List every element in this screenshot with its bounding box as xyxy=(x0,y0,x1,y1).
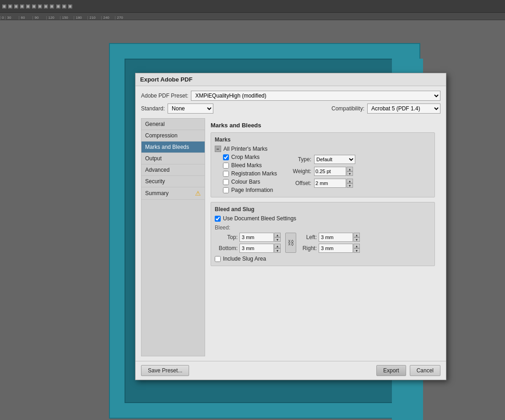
crop-marks-label: Crop Marks xyxy=(231,154,260,160)
ruler-mark: 150 xyxy=(60,16,74,20)
preset-row: Adobe PDF Preset: XMPiEQualityHigh (modi… xyxy=(141,91,440,101)
bleed-section: Bleed and Slug Use Document Bleed Settin… xyxy=(211,202,435,266)
sidebar-item-general[interactable]: General xyxy=(141,119,205,130)
compatibility-label: Compatibility: xyxy=(331,105,364,112)
offset-down-arrow[interactable]: ▼ xyxy=(347,183,353,188)
use-doc-bleed-label: Use Document Bleed Settings xyxy=(223,215,296,222)
bottom-up-arrow[interactable]: ▲ xyxy=(274,244,281,248)
bleed-fields: Top: ▲ ▼ xyxy=(215,233,431,253)
crop-marks-checkbox[interactable] xyxy=(223,154,229,160)
offset-label: Offset: xyxy=(286,180,311,186)
marks-section: Marks − All Printer's Marks xyxy=(211,132,435,197)
top-down-arrow[interactable]: ▼ xyxy=(274,237,281,242)
sidebar-item-output[interactable]: Output xyxy=(141,153,205,164)
colour-bars-row: Colour Bars xyxy=(223,179,277,185)
include-slug-label: Include Slug Area xyxy=(223,256,266,262)
bleed-top-row: Top: ▲ ▼ xyxy=(215,233,281,242)
ruler-mark: 180 xyxy=(74,16,87,20)
ruler-mark: 30 xyxy=(5,16,19,20)
std-compat-row: Standard: None Compatibility: Acrobat 5 … xyxy=(141,104,440,114)
bleed-marks-row: Bleed Marks xyxy=(223,162,277,169)
bleed-label: Bleed: xyxy=(215,224,431,231)
sidebar-item-marks-and-bleeds[interactable]: Marks and Bleeds xyxy=(141,142,205,153)
registration-marks-row: Registration Marks xyxy=(223,170,277,177)
summary-warning-icon: ⚠ xyxy=(195,190,201,197)
bleed-left-right: Left: ▲ ▼ xyxy=(301,233,360,253)
ruler-mark: 0 xyxy=(0,16,5,20)
weight-row: Weight: ▲ ▼ xyxy=(286,167,355,176)
offset-spinner: ▲ ▼ xyxy=(314,179,353,188)
sidebar: General Compression Marks and Bleeds Out… xyxy=(141,118,205,356)
cancel-button[interactable]: Cancel xyxy=(410,365,440,376)
ruler-mark: 90 xyxy=(33,16,46,20)
bleed-top-bottom: Top: ▲ ▼ xyxy=(215,233,281,253)
crop-marks-row: Crop Marks xyxy=(223,154,277,160)
weight-label: Weight: xyxy=(286,168,311,175)
bottom-down-arrow[interactable]: ▼ xyxy=(274,248,281,253)
offset-up-arrow[interactable]: ▲ xyxy=(347,179,353,183)
marks-type-side: Type: Default Weight: xyxy=(286,155,355,188)
colour-bars-checkbox[interactable] xyxy=(223,179,229,185)
export-button[interactable]: Export xyxy=(376,365,406,376)
dialog-titlebar: Export Adobe PDF xyxy=(136,73,446,86)
preset-select[interactable]: XMPiEQualityHigh (modified) xyxy=(191,91,440,101)
compatibility-select[interactable]: Acrobat 5 (PDF 1.4) xyxy=(367,104,440,114)
bleed-section-title: Bleed and Slug xyxy=(215,206,431,213)
dialog-body: General Compression Marks and Bleeds Out… xyxy=(141,118,440,356)
bottom-spinner: ▲ ▼ xyxy=(239,244,281,253)
top-up-arrow[interactable]: ▲ xyxy=(274,233,281,237)
save-preset-button[interactable]: Save Preset... xyxy=(141,365,189,376)
bottom-input[interactable] xyxy=(239,244,274,253)
expand-all-printers-btn[interactable]: − xyxy=(215,146,221,152)
registration-marks-label: Registration Marks xyxy=(231,170,277,177)
bottom-label: Bottom: xyxy=(215,245,238,251)
page-information-row: Page Information xyxy=(223,187,277,193)
weight-input[interactable] xyxy=(314,167,346,176)
top-input[interactable] xyxy=(239,233,274,242)
marks-section-title: Marks xyxy=(215,136,431,143)
chain-symbol: ⛓ xyxy=(288,239,294,246)
type-row: Type: Default xyxy=(286,155,355,164)
page-information-label: Page Information xyxy=(231,187,273,193)
dialog-top-form: Adobe PDF Preset: XMPiEQualityHigh (modi… xyxy=(136,86,446,361)
bleed-marks-checkbox[interactable] xyxy=(223,163,229,169)
all-printers-label: All Printer's Marks xyxy=(223,146,267,152)
standard-select[interactable]: None xyxy=(168,104,213,114)
toolbar-content: ▣ ▣ ▣ ▣ ▣ ▣ ▣ ▣ ▣ ▣ ▣ ▣ xyxy=(2,3,72,9)
footer-left: Save Preset... xyxy=(141,365,189,376)
page-information-checkbox[interactable] xyxy=(223,187,229,193)
weight-up-arrow[interactable]: ▲ xyxy=(347,167,353,171)
colour-bars-label: Colour Bars xyxy=(231,179,260,185)
link-icon[interactable]: ⛓ xyxy=(285,233,296,253)
type-label: Type: xyxy=(286,156,311,163)
use-doc-bleed-checkbox[interactable] xyxy=(215,216,221,222)
bleed-right-row: Right: ▲ ▼ xyxy=(301,244,360,253)
left-spinner: ▲ ▼ xyxy=(319,233,360,242)
sidebar-item-advanced[interactable]: Advanced xyxy=(141,164,205,176)
ruler-mark: 270 xyxy=(115,16,129,20)
ruler-mark: 120 xyxy=(46,16,60,20)
right-spinner: ▲ ▼ xyxy=(319,244,360,253)
include-slug-row: Include Slug Area xyxy=(215,256,431,262)
sidebar-item-compression[interactable]: Compression xyxy=(141,130,205,142)
left-up-arrow[interactable]: ▲ xyxy=(353,233,360,237)
preset-label: Adobe PDF Preset: xyxy=(141,93,188,99)
top-label: Top: xyxy=(215,234,238,240)
right-up-arrow[interactable]: ▲ xyxy=(353,244,360,248)
left-down-arrow[interactable]: ▼ xyxy=(353,237,360,242)
sidebar-item-security[interactable]: Security xyxy=(141,176,205,187)
bleed-left-row: Left: ▲ ▼ xyxy=(301,233,360,242)
dialog-title: Export Adobe PDF xyxy=(140,76,192,83)
right-input[interactable] xyxy=(319,244,353,253)
toolbar: ▣ ▣ ▣ ▣ ▣ ▣ ▣ ▣ ▣ ▣ ▣ ▣ xyxy=(0,0,505,13)
right-down-arrow[interactable]: ▼ xyxy=(353,248,360,253)
marks-checkboxes: − All Printer's Marks Crop Marks xyxy=(215,146,277,193)
sidebar-item-summary[interactable]: Summary ⚠ xyxy=(141,187,205,200)
type-select[interactable]: Default xyxy=(314,155,355,164)
include-slug-checkbox[interactable] xyxy=(215,256,221,262)
weight-down-arrow[interactable]: ▼ xyxy=(347,171,353,176)
offset-input[interactable] xyxy=(314,179,346,188)
left-input[interactable] xyxy=(319,233,353,242)
preset-select-wrapper: XMPiEQualityHigh (modified) xyxy=(191,91,440,101)
registration-marks-checkbox[interactable] xyxy=(223,171,229,177)
